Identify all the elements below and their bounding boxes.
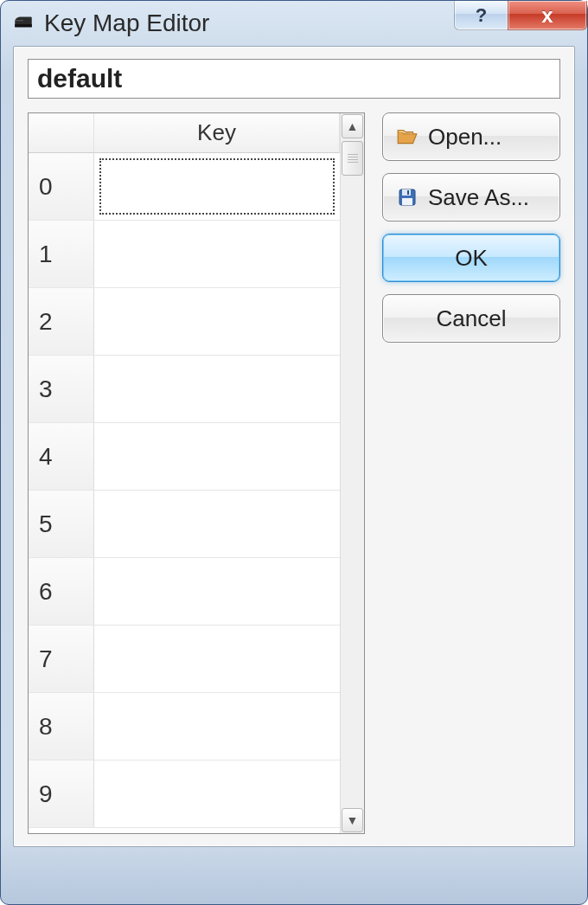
key-cell[interactable] xyxy=(94,761,340,827)
titlebar[interactable]: Key Map Editor ? x xyxy=(1,1,587,46)
help-icon: ? xyxy=(476,4,487,27)
ok-label: OK xyxy=(455,245,488,272)
svg-rect-2 xyxy=(402,189,411,196)
table-row[interactable]: 1 xyxy=(29,221,340,288)
scroll-down-button[interactable]: ▼ xyxy=(342,808,363,832)
floppy-disk-icon xyxy=(395,185,419,209)
table-body: 0 1 2 xyxy=(29,153,340,833)
row-index[interactable]: 0 xyxy=(29,153,94,220)
close-button[interactable]: x xyxy=(508,1,587,30)
scroll-track[interactable] xyxy=(341,139,364,807)
key-cell[interactable] xyxy=(94,626,340,692)
svg-rect-0 xyxy=(15,24,32,27)
vertical-scrollbar[interactable]: ▲ ▼ xyxy=(340,113,364,833)
ok-button[interactable]: OK xyxy=(382,234,560,282)
open-label: Open... xyxy=(428,124,502,151)
row-index[interactable]: 6 xyxy=(29,558,94,625)
piano-icon xyxy=(11,11,35,35)
key-cell[interactable] xyxy=(94,491,340,557)
table-row[interactable]: 8 xyxy=(29,693,340,761)
cancel-button[interactable]: Cancel xyxy=(382,294,560,343)
row-index[interactable]: 2 xyxy=(29,288,94,355)
table-inner: Key 0 1 xyxy=(29,113,340,833)
table-row[interactable]: 4 xyxy=(29,423,340,491)
keymap-table[interactable]: Key 0 1 xyxy=(28,112,365,834)
body-row: Key 0 1 xyxy=(28,112,560,834)
table-row[interactable]: 2 xyxy=(29,288,340,356)
table-header: Key xyxy=(29,113,340,153)
cancel-label: Cancel xyxy=(437,305,507,332)
key-cell[interactable] xyxy=(94,288,340,355)
row-index[interactable]: 1 xyxy=(29,221,94,287)
key-cell[interactable] xyxy=(94,356,340,422)
scroll-thumb[interactable] xyxy=(342,141,363,176)
row-index[interactable]: 8 xyxy=(29,693,94,760)
close-icon: x xyxy=(541,3,553,28)
svg-rect-4 xyxy=(407,190,409,195)
key-cell[interactable] xyxy=(94,693,340,760)
key-cell[interactable] xyxy=(94,221,340,287)
dialog-window: Key Map Editor ? x default Key xyxy=(0,0,588,905)
folder-open-icon xyxy=(395,125,419,149)
save-as-label: Save As... xyxy=(428,184,529,211)
table-row[interactable]: 3 xyxy=(29,356,340,423)
client-area: default Key 0 xyxy=(13,46,575,847)
row-index[interactable]: 3 xyxy=(29,356,94,422)
key-cell[interactable] xyxy=(94,423,340,490)
row-index[interactable]: 7 xyxy=(29,626,94,692)
scroll-up-button[interactable]: ▲ xyxy=(342,114,363,138)
help-button[interactable]: ? xyxy=(454,1,508,30)
table-row[interactable]: 7 xyxy=(29,626,340,693)
map-name-value: default xyxy=(37,64,122,93)
table-row[interactable]: 0 xyxy=(29,153,340,221)
table-row[interactable]: 6 xyxy=(29,558,340,626)
row-index[interactable]: 5 xyxy=(29,491,94,557)
col-header-index[interactable] xyxy=(29,113,94,153)
focus-indicator xyxy=(99,158,335,215)
open-button[interactable]: Open... xyxy=(382,112,560,161)
col-header-key[interactable]: Key xyxy=(94,113,340,153)
caption-buttons: ? x xyxy=(454,1,587,46)
table-row[interactable]: 9 xyxy=(29,761,340,828)
key-cell[interactable] xyxy=(94,558,340,625)
svg-rect-3 xyxy=(402,198,412,205)
window-title: Key Map Editor xyxy=(44,10,454,37)
row-index[interactable]: 9 xyxy=(29,761,94,827)
row-index[interactable]: 4 xyxy=(29,423,94,490)
save-as-button[interactable]: Save As... xyxy=(382,173,560,221)
table-row[interactable]: 5 xyxy=(29,491,340,558)
side-buttons: Open... Save As... OK xyxy=(365,112,560,834)
map-name-input[interactable]: default xyxy=(28,59,560,99)
key-cell[interactable] xyxy=(94,153,340,220)
